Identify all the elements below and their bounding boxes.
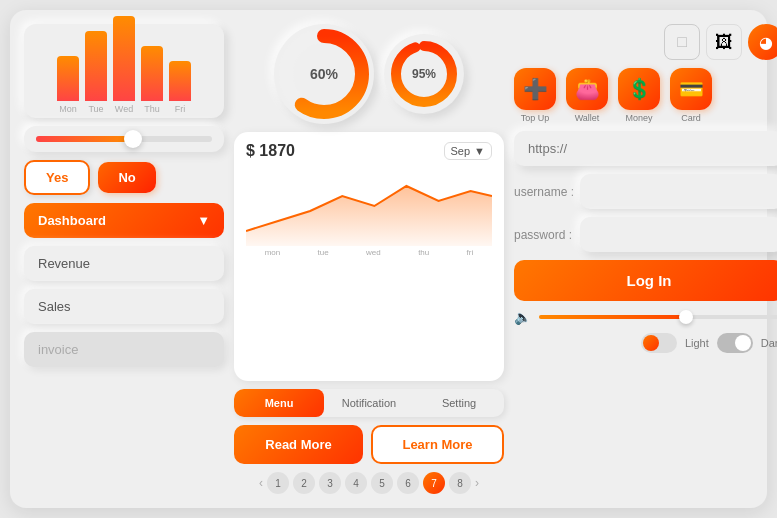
chevron-down-icon: ▼ [474,145,485,157]
volume-fill [539,315,686,319]
bar-tue-label: Tue [88,104,103,114]
page-7[interactable]: 7 [423,472,445,494]
topup-icon: ➕ [514,68,556,110]
page-3[interactable]: 3 [319,472,341,494]
pagination-prev[interactable]: ‹ [259,476,263,490]
qa-wallet-label: Wallet [575,113,600,123]
url-input[interactable] [514,131,777,166]
bar-fri: Fri [169,61,191,114]
page-1[interactable]: 1 [267,472,289,494]
left-column: Mon Tue Wed Thu Fri [24,24,224,494]
icon-box-photo[interactable]: 🖼 [706,24,742,60]
square-icon: □ [677,33,687,51]
pie-icon: ◕ [759,33,773,52]
slider-section [24,126,224,152]
gauges-row: 60% 95% [234,24,504,124]
toggle-yes-button[interactable]: Yes [24,160,90,195]
area-chart [246,166,492,246]
password-input[interactable] [580,217,777,252]
menu-item-sales[interactable]: Sales [24,289,224,324]
page-4[interactable]: 4 [345,472,367,494]
bar-fri-rect [169,61,191,101]
light-toggle-dot [643,335,659,351]
page-5[interactable]: 5 [371,472,393,494]
gauge-60: 60% [274,24,374,124]
bar-thu-label: Thu [144,104,160,114]
dropdown-label: Dashboard [38,213,106,228]
money-icon: 💲 [618,68,660,110]
tab-notification[interactable]: Notification [324,389,414,417]
light-label: Light [685,337,709,349]
bar-mon-rect [57,56,79,101]
bar-tue-rect [85,31,107,101]
volume-track[interactable] [539,315,777,319]
volume-row: 🔈 [514,309,777,325]
icon-box-pie[interactable]: ◕ [748,24,777,60]
bar-mon-label: Mon [59,104,77,114]
bar-thu-rect [141,46,163,101]
dark-toggle-dot [735,335,751,351]
password-label: password : [514,228,574,242]
bar-chart: Mon Tue Wed Thu Fri [24,24,224,118]
pagination-next[interactable]: › [475,476,479,490]
icon-box-square[interactable]: □ [664,24,700,60]
x-label-tue: tue [318,248,329,257]
username-input[interactable] [580,174,777,209]
learn-more-button[interactable]: Learn More [371,425,504,464]
menu-item-invoice[interactable]: invoice [24,332,224,367]
dark-toggle[interactable] [717,333,753,353]
wallet-icon: 👛 [566,68,608,110]
bar-wed-rect [113,16,135,101]
card-icon: 💳 [670,68,712,110]
qa-card[interactable]: 💳 Card [670,68,712,123]
dropdown-dashboard[interactable]: Dashboard ▼ [24,203,224,238]
slider-thumb[interactable] [124,130,142,148]
page-2[interactable]: 2 [293,472,315,494]
qa-topup-label: Top Up [521,113,550,123]
password-row: password : [514,217,777,252]
bar-tue: Tue [85,31,107,114]
icon-boxes-row: □ 🖼 ◕ [514,24,777,60]
username-row: username : [514,174,777,209]
volume-icon: 🔈 [514,309,531,325]
light-toggle[interactable] [641,333,677,353]
photo-icon: 🖼 [715,32,733,53]
quick-actions: ➕ Top Up 👛 Wallet 💲 Money 💳 Card [514,68,777,123]
slider-track[interactable] [36,136,212,142]
tab-menu[interactable]: Menu [234,389,324,417]
month-select[interactable]: Sep ▼ [444,142,492,160]
main-container: Mon Tue Wed Thu Fri [10,10,767,508]
volume-thumb[interactable] [679,310,693,324]
qa-money-label: Money [625,113,652,123]
qa-topup[interactable]: ➕ Top Up [514,68,556,123]
x-label-fri: fri [467,248,474,257]
gauge-95: 95% [384,34,464,114]
qa-wallet[interactable]: 👛 Wallet [566,68,608,123]
chevron-down-icon: ▼ [197,213,210,228]
login-button[interactable]: Log In [514,260,777,301]
analytics-chart-card: $ 1870 Sep ▼ [234,132,504,381]
qa-money[interactable]: 💲 Money [618,68,660,123]
qa-card-label: Card [681,113,701,123]
x-label-thu: thu [418,248,429,257]
username-label: username : [514,185,574,199]
bar-fri-label: Fri [175,104,186,114]
x-label-wed: wed [366,248,381,257]
toggle-no-button[interactable]: No [98,162,155,193]
slider-fill [36,136,133,142]
bar-thu: Thu [141,46,163,114]
menu-item-revenue[interactable]: Revenue [24,246,224,281]
read-more-button[interactable]: Read More [234,425,363,464]
bars-container: Mon Tue Wed Thu Fri [57,34,191,114]
dark-label: Dark [761,337,777,349]
tab-navigation: Menu Notification Setting [234,389,504,417]
bar-wed-label: Wed [115,104,133,114]
action-buttons: Read More Learn More [234,425,504,464]
chart-x-labels: mon tue wed thu fri [246,248,492,257]
page-8[interactable]: 8 [449,472,471,494]
bar-mon: Mon [57,56,79,114]
tab-setting[interactable]: Setting [414,389,504,417]
pagination: ‹ 1 2 3 4 5 6 7 8 › [234,472,504,494]
page-6[interactable]: 6 [397,472,419,494]
gauge-60-label: 60% [310,66,338,82]
